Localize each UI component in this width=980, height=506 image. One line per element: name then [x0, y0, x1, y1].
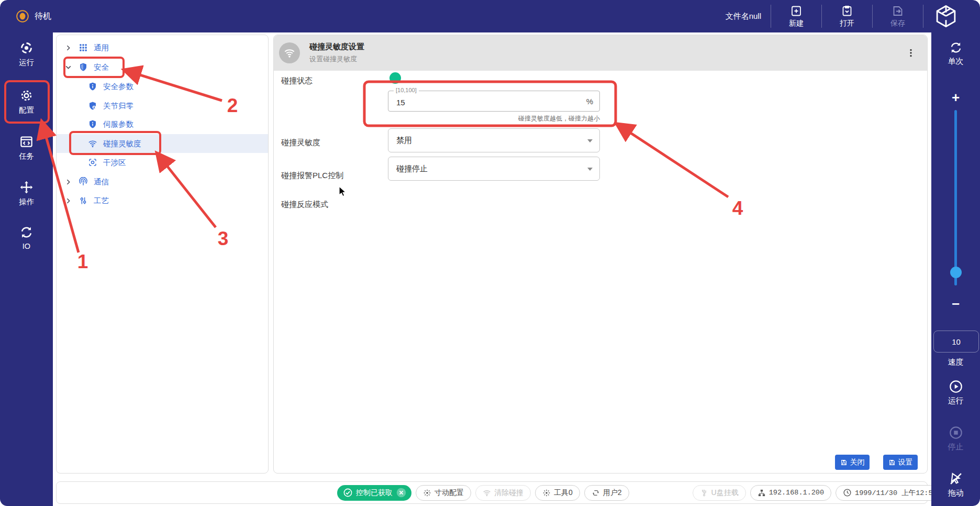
release-control-icon[interactable]: [396, 487, 407, 498]
tree-item-general[interactable]: 通用: [57, 38, 268, 57]
sidebar-item-run[interactable]: 运行: [0, 41, 53, 68]
settings-panel: 碰撞灵敏度设置 设置碰撞灵敏度 碰撞状态 碰撞灵敏度 [10,100] % 碰撞…: [273, 35, 928, 474]
standby-status-label: 待机: [35, 11, 51, 22]
jog-config-button[interactable]: 寸动配置: [416, 485, 471, 501]
collision-status-indicator: [389, 72, 401, 84]
ip-address-pill[interactable]: 192.168.1.200: [750, 485, 831, 501]
stop-icon: [949, 425, 963, 440]
save-button[interactable]: 保存: [873, 0, 923, 32]
chevron-right-icon: [64, 43, 73, 52]
clock-icon: [843, 488, 852, 497]
control-acquired-pill[interactable]: 控制已获取: [337, 485, 411, 501]
process-icon: [79, 196, 88, 205]
jog-icon: [542, 489, 551, 497]
tree-item-security[interactable]: 安全: [57, 58, 268, 76]
stop-button[interactable]: 停止: [931, 425, 980, 452]
usb-icon: [700, 489, 708, 497]
sensitivity-input[interactable]: [388, 91, 599, 111]
tree-item-security-params[interactable]: 安全参数: [57, 77, 268, 96]
speed-label: 速度: [931, 357, 980, 367]
speed-increase-button[interactable]: +: [931, 92, 980, 103]
plc-control-select[interactable]: 禁用: [388, 128, 600, 152]
filename-label: 文件名null: [726, 12, 761, 21]
sidebar-item-operate[interactable]: 操作: [0, 180, 53, 207]
brand-logo-icon: [934, 4, 958, 28]
tool-button[interactable]: 工具0: [535, 485, 580, 501]
save-icon: [892, 5, 904, 17]
cycle-mode-button[interactable]: 单次: [931, 41, 980, 67]
sidebar-item-config[interactable]: 配置: [0, 89, 53, 115]
rotate-icon: [592, 489, 600, 497]
sidebar-item-task[interactable]: 任务: [0, 135, 53, 161]
speed-decrease-button[interactable]: −: [931, 299, 980, 309]
sensitivity-label: 碰撞灵敏度: [281, 138, 320, 148]
target-icon: [19, 41, 34, 55]
set-button[interactable]: 设置: [883, 455, 918, 470]
sync-arrows-icon: [19, 225, 34, 239]
new-file-button[interactable]: 新建: [771, 0, 821, 32]
shield-info-icon: [88, 82, 97, 91]
drag-icon: [949, 471, 963, 486]
run-button[interactable]: 运行: [931, 379, 980, 406]
tree-item-communication[interactable]: 通信: [57, 172, 268, 191]
shield-icon: [79, 62, 88, 72]
speed-slider-track[interactable]: [954, 110, 957, 285]
floppy-icon: [840, 459, 848, 466]
usb-mount-button[interactable]: U盘挂载: [693, 485, 746, 501]
app-window: 待机 文件名null 新建 打开 保存: [0, 0, 980, 506]
wifi-icon: [88, 139, 97, 148]
clear-collision-button[interactable]: 清除碰撞: [475, 485, 531, 501]
open-file-button[interactable]: 打开: [822, 0, 872, 32]
task-window-icon: [19, 135, 34, 149]
chevron-down-icon: [587, 168, 593, 171]
page-subtitle: 设置碰撞灵敏度: [309, 54, 357, 64]
jog-icon: [423, 489, 431, 497]
plc-control-label: 碰撞报警PLC控制: [281, 171, 343, 181]
tree-item-joint-zero[interactable]: 关节归零: [57, 96, 268, 115]
reaction-mode-label: 碰撞反应模式: [281, 200, 328, 210]
open-file-icon: [841, 5, 853, 17]
chevron-right-icon: [64, 196, 73, 205]
sensitivity-unit-label: %: [586, 97, 593, 106]
network-icon: [758, 489, 766, 497]
check-circle-icon: [343, 488, 353, 498]
sync-arrows-icon: [949, 41, 963, 54]
collision-status-label: 碰撞状态: [281, 76, 313, 86]
kebab-icon: [906, 46, 916, 60]
drag-mode-button[interactable]: 拖动: [931, 471, 980, 498]
tree-item-process[interactable]: 工艺: [57, 191, 268, 210]
tree-item-collision-sensitivity[interactable]: 碰撞灵敏度: [57, 134, 268, 153]
play-icon: [949, 379, 963, 394]
close-button[interactable]: 关闭: [835, 455, 870, 470]
chevron-right-icon: [64, 178, 73, 186]
sidebar-item-io[interactable]: IO: [0, 225, 53, 250]
shield-badge-icon: [88, 101, 97, 111]
speed-slider-thumb[interactable]: [950, 267, 962, 278]
page-title: 碰撞灵敏度设置: [309, 42, 364, 52]
user-frame-button[interactable]: 用户2: [584, 485, 629, 501]
tree-item-interference-zone[interactable]: 干涉区: [57, 153, 268, 172]
top-bar: 待机 文件名null 新建 打开 保存: [0, 0, 980, 32]
left-sidebar: 运行 配置 任务 操作 IO: [0, 32, 53, 506]
panel-header: 碰撞灵敏度设置 设置碰撞灵敏度: [274, 35, 927, 71]
settings-tree-panel: 通用 安全 安全参数 关节归零 伺服参数 碰撞灵敏度: [56, 35, 269, 474]
right-sidebar: 单次 + − 10 速度 运行 停止 拖动: [931, 32, 980, 506]
scan-frame-icon: [88, 158, 97, 167]
sensitivity-input-box: [10,100] %: [388, 91, 600, 112]
speed-value: 10: [933, 331, 979, 353]
wifi-icon: [284, 47, 295, 59]
chevron-down-icon: [587, 139, 593, 142]
sensitivity-hint: 碰撞灵敏度越低，碰撞力越小: [388, 114, 600, 123]
new-file-icon: [790, 5, 803, 17]
floppy-icon: [888, 459, 896, 466]
chevron-down-icon: [64, 63, 73, 72]
shield-info-icon: [88, 119, 97, 129]
reaction-mode-select[interactable]: 碰撞停止: [388, 157, 600, 181]
grid-icon: [79, 43, 88, 52]
move-arrows-icon: [19, 180, 34, 194]
more-options-button[interactable]: [905, 46, 917, 60]
content-area: 通用 安全 安全参数 关节归零 伺服参数 碰撞灵敏度: [53, 32, 931, 506]
wifi-icon: [483, 489, 491, 497]
gear-icon: [19, 89, 34, 103]
tree-item-servo-params[interactable]: 伺服参数: [57, 115, 268, 134]
